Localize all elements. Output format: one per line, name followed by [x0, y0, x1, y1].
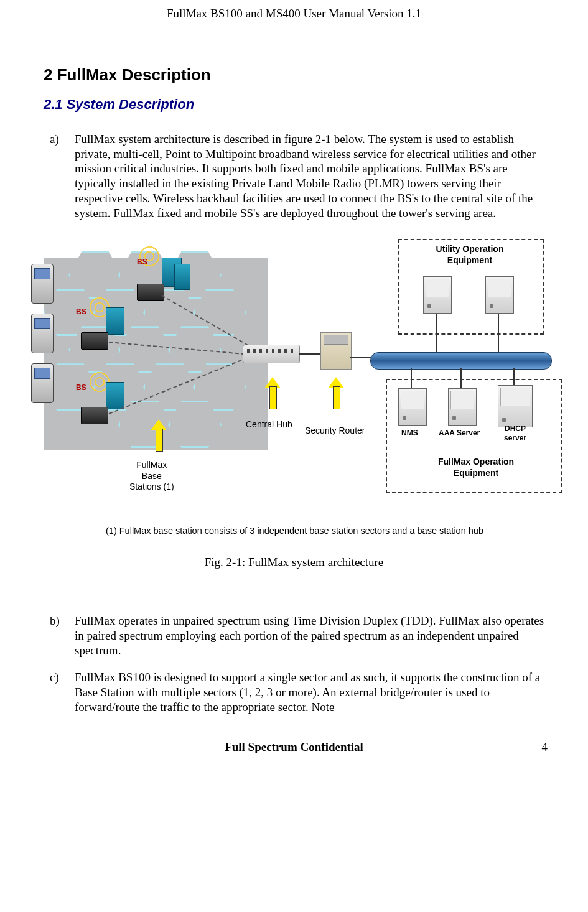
list-marker: c): [50, 670, 75, 714]
dhcp-label: DHCP server: [504, 424, 526, 443]
connection-line: [460, 368, 462, 388]
mobile-phone-icon: [31, 314, 54, 353]
list-marker: b): [50, 613, 75, 658]
building-icon: [106, 382, 124, 409]
arrow-up-icon: [266, 377, 279, 408]
server-icon: [448, 388, 477, 426]
base-station-icon: [81, 407, 108, 424]
paragraph-b: b) FullMax operates in unpaired spectrum…: [50, 613, 544, 658]
server-icon: [485, 276, 514, 314]
network-bus-icon: [370, 352, 552, 370]
server-icon: [398, 388, 427, 426]
list-marker: a): [50, 132, 75, 221]
bs-label: BS: [76, 307, 86, 317]
figure-caption: Fig. 2-1: FullMax system architecture: [44, 555, 544, 570]
paragraph-a: a) FullMax system architecture is descri…: [50, 132, 544, 221]
connection-line: [411, 368, 412, 388]
utility-op-label: Utility Operation Equipment: [411, 244, 529, 266]
paragraph-text: FullMax BS100 is designed to support a s…: [75, 670, 544, 714]
connection-line: [436, 314, 437, 354]
connection-line: [513, 368, 515, 385]
central-hub-label: Central Hub: [246, 419, 292, 430]
running-header: FullMax BS100 and MS400 User Manual Vers…: [44, 6, 544, 21]
security-router-label: Security Router: [305, 426, 365, 437]
connection-line: [299, 353, 324, 355]
figure-diagram: BS BS BS Central Hub Security Router Ful…: [44, 239, 554, 519]
bs-label: BS: [76, 383, 86, 393]
paragraph-c: c) FullMax BS100 is designed to support …: [50, 670, 544, 714]
paragraph-text: FullMax system architecture is described…: [75, 132, 544, 221]
running-footer: Full Spectrum Confidential 4: [44, 740, 544, 755]
central-hub-icon: [243, 345, 300, 363]
connection-line: [350, 357, 372, 358]
mobile-phone-icon: [31, 363, 54, 403]
server-icon: [423, 276, 452, 314]
nms-label: NMS: [401, 429, 418, 438]
building-icon: [106, 307, 124, 335]
heading-1: 2 FullMax Description: [44, 65, 544, 85]
paragraph-text: FullMax operates in unpaired spectrum us…: [75, 613, 544, 658]
server-icon: [498, 385, 533, 427]
base-station-icon: [137, 284, 164, 301]
heading-2: 2.1 System Description: [44, 96, 544, 113]
figure-footnote: (1) FullMax base station consists of 3 i…: [106, 525, 544, 536]
mobile-phone-icon: [31, 264, 54, 304]
arrow-up-icon: [330, 377, 342, 408]
connection-line: [498, 314, 499, 354]
footer-text: Full Spectrum Confidential: [225, 740, 363, 755]
fullmax-op-label: FullMax Operation Equipment: [417, 457, 535, 478]
bs-label: BS: [137, 258, 147, 267]
arrow-up-icon: [152, 419, 165, 450]
base-station-icon: [81, 332, 108, 350]
base-stations-label: FullMax Base Stations (1): [129, 460, 174, 493]
aaa-label: AAA Server: [439, 429, 480, 438]
security-router-icon: [320, 332, 352, 370]
building-icon: [174, 264, 190, 290]
page-number: 4: [542, 740, 548, 755]
